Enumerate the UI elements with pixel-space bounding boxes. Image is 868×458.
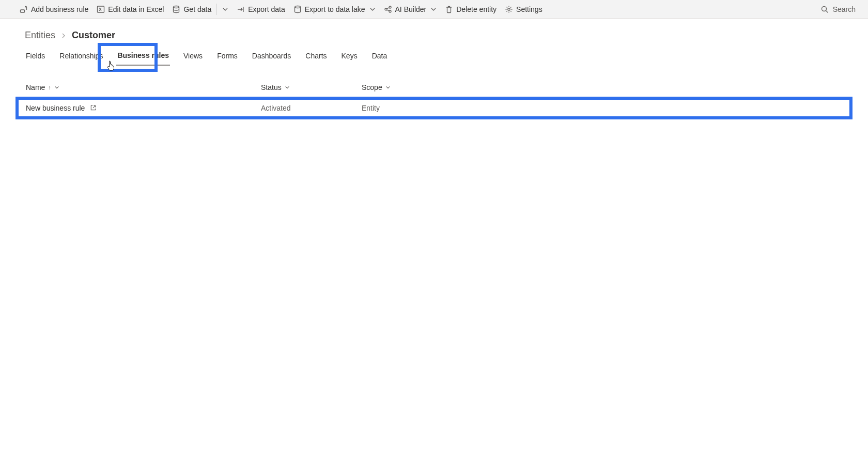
export-lake-label: Export to data lake bbox=[305, 5, 365, 13]
chevron-down-icon bbox=[385, 85, 391, 90]
tab-business-rules[interactable]: Business rules bbox=[116, 48, 170, 66]
excel-icon bbox=[97, 5, 105, 13]
ai-builder-label: AI Builder bbox=[395, 5, 427, 13]
settings-button[interactable]: Settings bbox=[501, 0, 547, 19]
chevron-down-icon bbox=[430, 6, 437, 12]
command-bar: Add business rule Edit data in Excel Get… bbox=[0, 0, 868, 19]
tab-data[interactable]: Data bbox=[371, 49, 389, 65]
add-business-rule-label: Add business rule bbox=[31, 5, 88, 13]
database-export-icon bbox=[293, 5, 302, 13]
export-icon bbox=[237, 5, 245, 13]
column-header-scope[interactable]: Scope bbox=[362, 83, 843, 91]
export-data-label: Export data bbox=[248, 5, 285, 13]
entity-tabs: Fields Relationships Business rules View… bbox=[25, 48, 843, 66]
column-scope-label: Scope bbox=[362, 83, 382, 91]
svg-point-5 bbox=[389, 6, 391, 8]
gear-icon bbox=[505, 5, 513, 13]
svg-point-7 bbox=[508, 8, 510, 10]
tab-views[interactable]: Views bbox=[182, 49, 204, 65]
row-name-label: New business rule bbox=[26, 104, 85, 112]
edit-excel-button[interactable]: Edit data in Excel bbox=[92, 0, 168, 19]
svg-point-8 bbox=[822, 6, 826, 11]
svg-point-3 bbox=[295, 6, 300, 8]
chevron-down-icon bbox=[221, 5, 229, 13]
table-header: Name ↑ Status Scope bbox=[25, 83, 843, 97]
sort-ascending-icon: ↑ bbox=[48, 84, 51, 90]
tab-fields[interactable]: Fields bbox=[25, 49, 46, 65]
tab-forms[interactable]: Forms bbox=[216, 49, 239, 65]
chevron-down-icon bbox=[369, 6, 376, 12]
column-header-name[interactable]: Name ↑ bbox=[26, 83, 261, 91]
tab-relationships[interactable]: Relationships bbox=[58, 49, 104, 65]
get-data-dropdown[interactable] bbox=[218, 0, 233, 19]
svg-point-4 bbox=[385, 8, 387, 10]
svg-rect-0 bbox=[21, 10, 25, 12]
tab-charts[interactable]: Charts bbox=[304, 49, 328, 65]
get-data-button[interactable]: Get data bbox=[168, 0, 215, 19]
search-button[interactable]: Search bbox=[813, 5, 863, 13]
search-icon bbox=[820, 5, 829, 13]
trash-icon bbox=[445, 5, 453, 13]
delete-entity-button[interactable]: Delete entity bbox=[441, 0, 501, 19]
table-row[interactable]: New business rule Activated Entity bbox=[19, 100, 849, 116]
chevron-right-icon bbox=[60, 33, 67, 39]
tab-dashboards[interactable]: Dashboards bbox=[251, 49, 292, 65]
column-name-label: Name bbox=[26, 83, 45, 91]
tab-keys[interactable]: Keys bbox=[340, 49, 359, 65]
column-status-label: Status bbox=[261, 83, 282, 91]
svg-point-2 bbox=[174, 6, 179, 8]
breadcrumb: Entities Customer bbox=[25, 28, 843, 41]
svg-rect-1 bbox=[98, 6, 104, 12]
add-flow-icon bbox=[20, 5, 28, 13]
toolbar-separator bbox=[216, 4, 217, 15]
chevron-down-icon bbox=[54, 85, 59, 90]
search-label: Search bbox=[833, 5, 856, 13]
column-header-status[interactable]: Status bbox=[261, 83, 362, 91]
get-data-label: Get data bbox=[183, 5, 211, 13]
breadcrumb-current: Customer bbox=[72, 30, 115, 41]
add-business-rule-button[interactable]: Add business rule bbox=[16, 0, 92, 19]
delete-entity-label: Delete entity bbox=[456, 5, 497, 13]
settings-label: Settings bbox=[516, 5, 542, 13]
chevron-down-icon bbox=[285, 85, 290, 90]
database-icon bbox=[172, 5, 180, 13]
ai-icon bbox=[384, 5, 392, 13]
annotation-highlight-box: New business rule Activated Entity bbox=[16, 97, 853, 119]
breadcrumb-root[interactable]: Entities bbox=[25, 30, 55, 41]
cursor-pointer-icon bbox=[107, 60, 115, 69]
row-scope-label: Entity bbox=[362, 104, 843, 112]
svg-point-6 bbox=[389, 10, 391, 12]
ai-builder-button[interactable]: AI Builder bbox=[380, 0, 441, 19]
row-status-label: Activated bbox=[261, 104, 362, 112]
export-data-button[interactable]: Export data bbox=[233, 0, 289, 19]
edit-excel-label: Edit data in Excel bbox=[108, 5, 164, 13]
export-lake-button[interactable]: Export to data lake bbox=[289, 0, 380, 19]
open-external-icon[interactable] bbox=[90, 104, 97, 112]
